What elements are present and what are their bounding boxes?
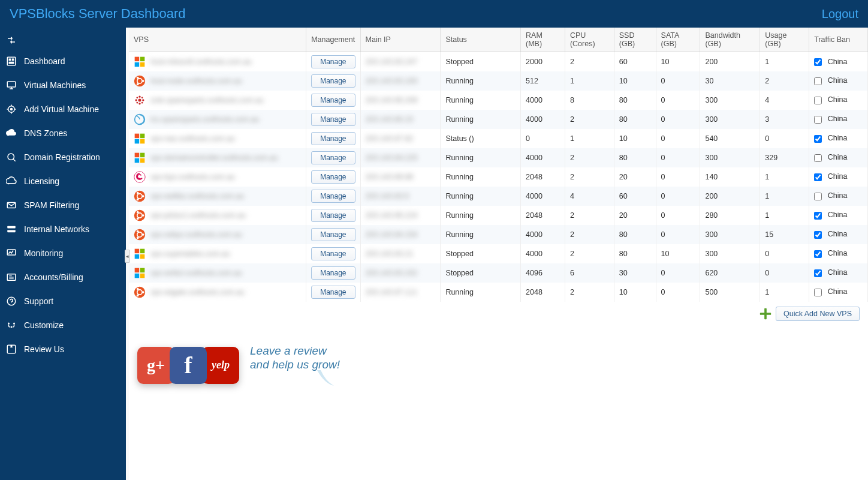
bandwidth-cell: 620	[700, 263, 760, 283]
traffic-ban-checkbox[interactable]	[814, 154, 822, 162]
table-row: vps-writict.svdhosts.com.au Manage 203.1…	[129, 263, 868, 283]
manage-button[interactable]: Manage	[311, 94, 355, 107]
yelp-icon[interactable]: yelp	[202, 347, 239, 384]
os-icon	[134, 113, 146, 125]
ram-cell: 2048	[521, 167, 565, 187]
sidebar: DashboardVirtual MachinesAdd Virtual Mac…	[0, 28, 126, 480]
dns-icon	[6, 128, 17, 139]
bandwidth-cell: 140	[700, 167, 760, 187]
review-block: g+ f yelp Leave a review and help us gro…	[129, 326, 868, 405]
column-header[interactable]: Traffic Ban	[809, 28, 868, 52]
traffic-ban-checkbox[interactable]	[814, 250, 822, 258]
status-cell: Stopped	[441, 244, 521, 263]
splitter-handle[interactable]: ◂	[125, 250, 130, 263]
quick-add-vps-button[interactable]: Quick Add New VPS	[776, 307, 860, 321]
main-ip: 203.143.83.21	[366, 250, 414, 258]
table-row: vps-byo.svdhosts.com.au Manage 203.143.8…	[129, 167, 868, 187]
traffic-ban-checkbox[interactable]	[814, 193, 822, 200]
traffic-ban-checkbox[interactable]	[814, 77, 822, 85]
manage-button[interactable]: Manage	[311, 74, 355, 88]
traffic-ban-checkbox[interactable]	[814, 135, 822, 143]
sidebar-item-spam[interactable]: SPAM Filtering	[0, 193, 126, 217]
ram-cell: 4000	[521, 91, 565, 110]
usage-cell: 1	[760, 52, 809, 71]
os-icon	[134, 56, 146, 68]
traffic-ban-checkbox[interactable]	[814, 58, 822, 66]
cpu-cell: 2	[565, 206, 614, 225]
os-icon	[134, 75, 146, 87]
column-header[interactable]: VPS	[129, 28, 306, 52]
column-header[interactable]: RAM (MB)	[521, 28, 565, 52]
traffic-ban-checkbox[interactable]	[814, 289, 822, 296]
traffic-ban-checkbox[interactable]	[814, 231, 822, 239]
manage-button[interactable]: Manage	[311, 209, 355, 222]
add-vm-icon	[6, 104, 17, 115]
cpu-cell: 2	[565, 283, 614, 302]
sidebar-item-customize[interactable]: Customize	[0, 313, 126, 337]
manage-button[interactable]: Manage	[311, 190, 355, 203]
sidebar-item-support[interactable]: Support	[0, 289, 126, 313]
traffic-ban-label: China	[828, 76, 848, 85]
manage-button[interactable]: Manage	[311, 228, 355, 241]
traffic-ban-checkbox[interactable]	[814, 97, 822, 104]
table-row: vps-wigate.svdhosts.com.au Manage 203.14…	[129, 283, 868, 302]
ram-cell: 4000	[521, 148, 565, 167]
bandwidth-cell: 200	[700, 187, 760, 206]
column-header[interactable]: Bandwidth (GB)	[700, 28, 760, 52]
sidebar-item-domain[interactable]: Domain Registration	[0, 145, 126, 169]
sidebar-item-billing[interactable]: Accounts/Billing	[0, 265, 126, 289]
manage-button[interactable]: Manage	[311, 132, 355, 145]
sidebar-item-monitor[interactable]: Monitoring	[0, 241, 126, 265]
status-cell: Stopped	[441, 263, 521, 283]
sidebar-item-label: DNS Zones	[24, 128, 67, 138]
column-header[interactable]: Main IP	[360, 28, 441, 52]
review-text: Leave a review and help us grow!	[250, 344, 340, 373]
column-header[interactable]: Usage (GB)	[760, 28, 809, 52]
splitter[interactable]: ◂	[126, 28, 129, 480]
facebook-icon[interactable]: f	[170, 347, 207, 384]
manage-button[interactable]: Manage	[311, 286, 355, 299]
collapse-toggle[interactable]	[0, 31, 126, 49]
manage-button[interactable]: Manage	[311, 55, 355, 68]
sata-cell: 10	[656, 244, 700, 263]
sidebar-item-vm[interactable]: Virtual Machines	[0, 73, 126, 97]
cpu-cell: 4	[565, 187, 614, 206]
manage-button[interactable]: Manage	[311, 247, 355, 260]
ssd-cell: 60	[614, 52, 656, 71]
vps-hostname: vps-prboc1.svdhosts.com.au	[150, 211, 246, 220]
column-header[interactable]: Management	[306, 28, 360, 52]
sidebar-item-dashboard[interactable]: Dashboard	[0, 49, 126, 73]
vps-hostname: lcs.sparesparts.svdhosts.com.au	[150, 115, 259, 124]
main-ip: 203.143.83.193	[366, 77, 418, 85]
sidebar-item-dns[interactable]: DNS Zones	[0, 121, 126, 145]
spam-icon	[6, 200, 17, 211]
column-header[interactable]: Status	[441, 28, 521, 52]
traffic-ban-label: China	[828, 172, 848, 181]
traffic-ban-label: China	[828, 115, 848, 123]
ram-cell: 0	[521, 129, 565, 148]
sidebar-item-review[interactable]: Review Us	[0, 337, 126, 361]
sidebar-item-network[interactable]: Internal Networks	[0, 217, 126, 241]
traffic-ban-checkbox[interactable]	[814, 212, 822, 220]
column-header[interactable]: SATA (GB)	[656, 28, 700, 52]
table-row: vps-supertables.com.au Manage 203.143.83…	[129, 244, 868, 263]
manage-button[interactable]: Manage	[311, 170, 355, 184]
sidebar-item-label: Add Virtual Machine	[24, 104, 99, 114]
sidebar-item-add-vm[interactable]: Add Virtual Machine	[0, 97, 126, 121]
bandwidth-cell: 500	[700, 283, 760, 302]
sidebar-item-licensing[interactable]: Licensing	[0, 169, 126, 193]
traffic-ban-checkbox[interactable]	[814, 116, 822, 124]
column-header[interactable]: SSD (GB)	[614, 28, 656, 52]
sata-cell: 0	[656, 206, 700, 225]
sata-cell: 0	[656, 148, 700, 167]
manage-button[interactable]: Manage	[311, 151, 355, 164]
bandwidth-cell: 30	[700, 71, 760, 91]
manage-button[interactable]: Manage	[311, 266, 355, 280]
google-plus-icon[interactable]: g+	[137, 347, 174, 384]
column-header[interactable]: CPU (Cores)	[565, 28, 614, 52]
manage-button[interactable]: Manage	[311, 113, 355, 126]
logout-link[interactable]: Logout	[822, 7, 858, 21]
os-icon	[134, 267, 146, 279]
traffic-ban-checkbox[interactable]	[814, 269, 822, 277]
traffic-ban-checkbox[interactable]	[814, 173, 822, 181]
